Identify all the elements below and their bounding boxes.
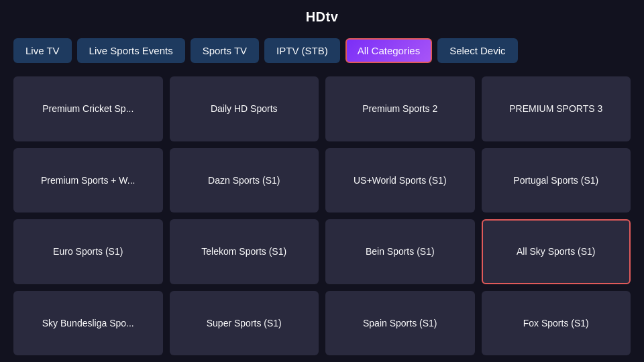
grid-item-label-all-sky-sports-s1: All Sky Sports (S1) bbox=[517, 246, 595, 257]
app-container: HDtv Live TVLive Sports EventsSports TVI… bbox=[0, 0, 644, 362]
grid-item-premium-sports-3[interactable]: PREMIUM SPORTS 3 bbox=[482, 76, 631, 141]
grid-item-label-super-sports-s1: Super Sports (S1) bbox=[207, 318, 282, 328]
grid-item-label-dazn-sports-s1: Dazn Sports (S1) bbox=[208, 175, 280, 186]
grid-item-premium-sports-2[interactable]: Premium Sports 2 bbox=[325, 76, 475, 141]
grid-item-premium-cricket[interactable]: Premium Cricket Sp... bbox=[13, 76, 163, 141]
grid-item-label-euro-sports-s1: Euro Sports (S1) bbox=[53, 246, 123, 257]
app-title: HDtv bbox=[306, 9, 339, 24]
grid-item-all-sky-sports-s1[interactable]: All Sky Sports (S1) bbox=[482, 219, 631, 284]
grid-item-portugal-sports-s1[interactable]: Portugal Sports (S1) bbox=[482, 148, 631, 213]
nav-btn-select-device[interactable]: Select Devic bbox=[437, 38, 517, 63]
grid-item-label-sky-bundesliga: Sky Bundesliga Spo... bbox=[42, 318, 134, 328]
header: HDtv bbox=[0, 0, 644, 32]
grid-item-label-premium-sports-2: Premium Sports 2 bbox=[362, 103, 437, 114]
nav-btn-iptv-stb[interactable]: IPTV (STB) bbox=[264, 38, 340, 63]
grid-item-sky-bundesliga[interactable]: Sky Bundesliga Spo... bbox=[13, 291, 163, 356]
grid-item-label-bein-sports-s1: Bein Sports (S1) bbox=[366, 246, 435, 257]
nav-btn-sports-tv[interactable]: Sports TV bbox=[191, 38, 259, 63]
grid-item-label-fox-sports-s1: Fox Sports (S1) bbox=[523, 318, 589, 328]
grid-item-label-spain-sports-s1: Spain Sports (S1) bbox=[363, 318, 437, 328]
grid-item-label-daily-hd-sports: Daily HD Sports bbox=[211, 103, 278, 114]
grid-item-euro-sports-s1[interactable]: Euro Sports (S1) bbox=[13, 219, 163, 284]
grid-item-bein-sports-s1[interactable]: Bein Sports (S1) bbox=[325, 219, 475, 284]
grid-item-premium-sports-w[interactable]: Premium Sports + W... bbox=[13, 148, 163, 213]
grid-item-label-portugal-sports-s1: Portugal Sports (S1) bbox=[513, 175, 598, 186]
grid-container: Premium Cricket Sp...Daily HD SportsPrem… bbox=[0, 70, 644, 362]
grid-item-label-telekom-sports-s1: Telekom Sports (S1) bbox=[201, 246, 286, 257]
grid-item-super-sports-s1[interactable]: Super Sports (S1) bbox=[170, 291, 319, 356]
grid-item-label-premium-sports-3: PREMIUM SPORTS 3 bbox=[509, 103, 602, 114]
grid-item-label-premium-cricket: Premium Cricket Sp... bbox=[42, 103, 133, 114]
grid-item-label-premium-sports-w: Premium Sports + W... bbox=[41, 175, 135, 186]
nav-btn-all-categories[interactable]: All Categories bbox=[345, 38, 432, 63]
nav-bar: Live TVLive Sports EventsSports TVIPTV (… bbox=[0, 32, 644, 70]
grid-item-fox-sports-s1[interactable]: Fox Sports (S1) bbox=[482, 291, 631, 356]
grid-item-us-world-sports-s1[interactable]: US+World Sports (S1) bbox=[325, 148, 475, 213]
nav-btn-live-sports-events[interactable]: Live Sports Events bbox=[77, 38, 185, 63]
grid-item-label-us-world-sports-s1: US+World Sports (S1) bbox=[354, 175, 447, 186]
grid-item-telekom-sports-s1[interactable]: Telekom Sports (S1) bbox=[170, 219, 319, 284]
nav-btn-live-tv[interactable]: Live TV bbox=[13, 38, 72, 63]
grid-item-dazn-sports-s1[interactable]: Dazn Sports (S1) bbox=[170, 148, 319, 213]
grid-item-daily-hd-sports[interactable]: Daily HD Sports bbox=[170, 76, 319, 141]
grid-item-spain-sports-s1[interactable]: Spain Sports (S1) bbox=[325, 291, 475, 356]
